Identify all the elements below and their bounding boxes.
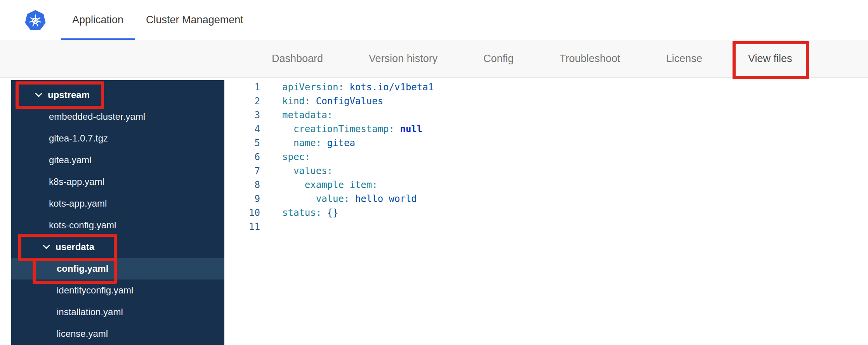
yaml-value: null [394,124,422,135]
tree-file-label: license.yaml [57,328,108,339]
code-line: 10 status: {} [224,206,868,220]
code-line: 2 kind: ConfigValues [224,94,868,108]
line-number: 1 [224,80,260,94]
yaml-key: values: [282,166,333,176]
yaml-key: metadata: [282,110,333,121]
tree-file-label: config.yaml [57,263,108,274]
kubernetes-logo-icon [25,10,46,31]
subnav-item-label: View files [748,53,792,65]
yaml-value: gitea [321,138,355,148]
tree-file-label: embedded-cluster.yaml [49,111,145,122]
subnav-item-label: Config [483,53,514,65]
yaml-key: apiVersion: [282,82,344,93]
line-number: 11 [224,220,260,234]
tab-cluster-management[interactable]: Cluster Management [135,0,255,40]
code-line: 3 metadata: [224,108,868,122]
tree-file-license-yaml[interactable]: license.yaml [11,323,224,345]
line-number: 10 [224,206,260,220]
tree-folder-userdata[interactable]: userdata [11,236,224,258]
tree-file-kots-config-yaml[interactable]: kots-config.yaml [11,214,224,236]
yaml-value: ConfigValues [310,96,383,107]
code-line: 8 example_item: [224,178,868,192]
subnav-item-label: Troubleshoot [559,53,620,65]
tree-file-label: kots-app.yaml [49,198,107,209]
top-tabs: Application Cluster Management [61,0,255,40]
subnav-item-label: Version history [369,53,437,65]
tree-file-installation-yaml[interactable]: installation.yaml [11,301,224,323]
yaml-key: spec: [282,152,310,162]
tree-folder-upstream[interactable]: upstream [11,84,224,106]
code-line: 11 [224,220,868,234]
line-number: 9 [224,192,260,206]
code-line: 1 apiVersion: kots.io/v1beta1 [224,80,868,94]
line-number: 7 [224,164,260,178]
yaml-key: example_item: [282,179,378,190]
file-tree-sidebar: upstream embedded-cluster.yaml gitea-1.0… [11,80,224,345]
subnav-item-label: License [666,53,702,65]
subnav-item-config[interactable]: Config [483,40,514,78]
tree-file-gitea-yaml[interactable]: gitea.yaml [11,149,224,171]
yaml-value: {} [321,207,338,218]
subnav-item-dashboard[interactable]: Dashboard [272,40,323,78]
chevron-down-icon [35,90,42,97]
tree-file-label: gitea.yaml [49,155,91,166]
tree-file-label: identityconfig.yaml [57,285,133,296]
yaml-key: creationTimestamp: [282,124,394,135]
subnav-item-label: Dashboard [272,53,323,65]
line-number: 3 [224,108,260,122]
tab-application[interactable]: Application [61,0,135,40]
tab-application-label: Application [72,14,123,26]
line-number: 8 [224,178,260,192]
subnav-item-troubleshoot[interactable]: Troubleshoot [559,40,620,78]
tree-file-label: installation.yaml [57,307,123,317]
tree-file-embedded-cluster-yaml[interactable]: embedded-cluster.yaml [11,106,224,128]
subnav-item-version-history[interactable]: Version history [369,40,437,78]
subnav-item-license[interactable]: License [666,40,702,78]
code-line: 7 values: [224,164,868,178]
tree-file-kots-app-yaml[interactable]: kots-app.yaml [11,193,224,214]
tree-folder-label: upstream [48,90,90,100]
tree-file-label: gitea-1.0.7.tgz [49,133,108,144]
tree-file-label: kots-config.yaml [49,220,116,231]
page: { "topbar": { "tabs": [ { "label": "Appl… [0,0,868,345]
code-line: 5 name: gitea [224,136,868,150]
code-editor[interactable]: 1 apiVersion: kots.io/v1beta1 2 kind: Co… [224,78,868,345]
yaml-key: value: [282,193,349,204]
tree-file-gitea-1-0-7-tgz[interactable]: gitea-1.0.7.tgz [11,128,224,149]
tab-cluster-management-label: Cluster Management [146,14,243,26]
yaml-key: name: [282,138,321,148]
code-line: 4 creationTimestamp: null [224,122,868,136]
topbar: Application Cluster Management [0,0,868,40]
yaml-value: hello world [349,193,417,204]
yaml-key: status: [282,207,321,218]
subnav-item-view-files[interactable]: View files [748,40,792,78]
tree-file-label: k8s-app.yaml [49,176,104,187]
chevron-down-icon [43,242,50,249]
code-line: 6 spec: [224,150,868,164]
yaml-key: kind: [282,96,310,107]
subnav: Dashboard Version history Config Trouble… [0,40,868,78]
line-number: 4 [224,122,260,136]
tree-file-k8s-app-yaml[interactable]: k8s-app.yaml [11,171,224,193]
code-line: 9 value: hello world [224,192,868,206]
line-number: 6 [224,150,260,164]
line-number: 5 [224,136,260,150]
line-number: 2 [224,94,260,108]
tree-folder-label: userdata [56,242,94,252]
tree-file-identityconfig-yaml[interactable]: identityconfig.yaml [11,279,224,301]
yaml-value: kots.io/v1beta1 [344,82,434,93]
tree-file-config-yaml[interactable]: config.yaml [11,258,224,279]
